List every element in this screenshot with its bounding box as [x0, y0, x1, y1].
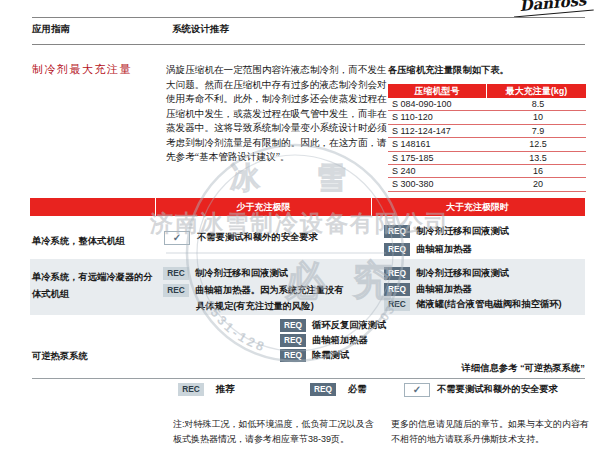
- requirement-item: REQ曲轴箱加热器: [384, 243, 472, 256]
- model-cell: S 300-380: [388, 178, 490, 190]
- intro-paragraph: 涡旋压缩机在一定范围内容许液态制冷剂，而不发生 大问题。然而在压缩机中存有过多的…: [166, 63, 387, 165]
- charge-table-header: 压缩机型号 最大充注量(kg): [388, 84, 586, 98]
- req-badge: REQ: [280, 349, 306, 362]
- doc-type-label: 应用指南: [32, 23, 70, 36]
- rec-badge: REC: [384, 298, 410, 311]
- heat-pump-detail-note: 详细信息参考 “可逆热泵系统”: [462, 362, 585, 375]
- column-header-max-charge: 最大充注量(kg): [487, 84, 586, 98]
- table-row: S 148161 12.5: [388, 138, 586, 151]
- model-cell: S 112-124-147: [388, 125, 490, 137]
- page-title: 系统设计推荐: [172, 23, 229, 36]
- rec-badge: REC: [163, 267, 189, 280]
- value-cell: 13.5: [490, 152, 586, 164]
- row-label-packaged-unit: 单冷系统，整体式机组: [32, 233, 125, 250]
- intro-line: 压缩机中发生，或蒸发过程在吸气管中发生，而非在: [166, 107, 387, 122]
- item-text: 曲轴箱加热器: [416, 284, 472, 294]
- row-label-split-unit: 单冷系统，有远端冷凝器的分 体式机组: [32, 269, 153, 303]
- value-cell: 20: [490, 178, 586, 190]
- footnote-line: 板式换热器情况，请参考相应章节38-39页。: [173, 432, 374, 447]
- row-label-line: 单冷系统，有远端冷凝器的分: [32, 269, 153, 286]
- value-cell: 16: [490, 165, 586, 177]
- requirement-item: REQ除霜测试: [280, 349, 349, 362]
- recommendation-item: REC储液罐(结合液管电磁阀和抽空循环): [384, 298, 562, 311]
- intro-line: 大问题。然而在压缩机中存有过多的液态制冷剂会对: [166, 78, 387, 93]
- requirement-item: REQ曲轴箱加热器: [384, 283, 472, 296]
- legend-rec: REC推荐: [178, 383, 235, 396]
- item-text: 具体规定(有充注过量的风险): [196, 301, 314, 311]
- value-cell: 12.5: [490, 138, 586, 150]
- row-label-line: 体式机组: [32, 286, 153, 303]
- table-row: S 084-090-100 8.5: [388, 98, 586, 111]
- item-text: 曲轴箱加热器。因为系统充注量没有: [195, 285, 344, 295]
- check-icon: ✓: [164, 231, 190, 245]
- rec-badge: REC: [178, 383, 204, 396]
- table-row: S 175-185 13.5: [388, 152, 586, 165]
- recommendation-item: REC制冷剂迁移和回液测试: [163, 267, 288, 280]
- legend-req: REQ必需: [310, 383, 367, 396]
- recommendation-item: REC曲轴箱加热器。因为系统充注量没有: [163, 284, 344, 297]
- intro-line: 使用寿命不利。此外，制冷剂过多还会使蒸发过程在: [166, 92, 387, 107]
- req-badge: REQ: [384, 225, 410, 238]
- danfoss-logo: Danfoss: [512, 0, 593, 17]
- footnote-line: 注:对特殊工况，如低环境温度，低负荷工况以及含: [173, 417, 374, 432]
- requirement-item: REQ制冷剂迁移和回液测试: [384, 267, 509, 280]
- req-badge: REQ: [384, 283, 410, 296]
- table-row: S 112-124-147 7.9: [388, 125, 586, 138]
- item-text: 除霜测试: [312, 350, 349, 360]
- legend-label: 必需: [348, 384, 367, 394]
- legend-label: 推荐: [216, 384, 235, 394]
- intro-line: 涡旋压缩机在一定范围内容许液态制冷剂，而不发生: [166, 63, 387, 78]
- legend-label: 不需要测试和额外的安全要求: [437, 384, 558, 394]
- table-row: S 240 16: [388, 165, 586, 178]
- charge-limit-table: 压缩机型号 最大充注量(kg) S 084-090-100 8.5 S 110-…: [388, 84, 586, 192]
- requirement-item: REQ曲轴箱加热器: [280, 334, 368, 347]
- item-text: 制冷剂迁移和回液测试: [416, 226, 509, 236]
- recommendation-item-continuation: 具体规定(有充注过量的风险): [196, 300, 314, 313]
- model-cell: S 175-185: [388, 152, 490, 164]
- item-text: 循环反复回液测试: [312, 320, 386, 330]
- item-text: 不需要测试和额外的安全要求: [197, 232, 318, 242]
- header-rule-bottom: [32, 44, 585, 45]
- legend-divider: [32, 378, 585, 379]
- value-cell: 10: [490, 111, 586, 123]
- value-cell: 8.5: [490, 98, 586, 110]
- intro-line: 蒸发器中。这将导致系统制冷量变小系统设计时必须: [166, 121, 387, 136]
- table-row: S 300-380 20: [388, 178, 586, 191]
- matrix-header-band: 少于充注极限 大于充注极限时: [30, 198, 585, 216]
- row-label-heat-pump: 可逆热泵系统: [32, 348, 88, 365]
- footnote-more-info: 更多的信息请见随后的章节。如果与本文的内容有 不相符的地方请联系丹佛斯技术支持。: [391, 417, 589, 446]
- watermark-big-chars: 冰 雪: [230, 161, 370, 194]
- charge-table-caption: 各压缩机充注量限制如下表。: [388, 64, 509, 77]
- column-header-above-limit: 大于充注极限时: [370, 198, 585, 216]
- item-text: 储液罐(结合液管电磁阀和抽空循环): [416, 299, 562, 309]
- item-text: 制冷剂迁移和回液测试: [195, 268, 288, 278]
- model-cell: S 148161: [388, 138, 490, 150]
- rec-badge: REC: [163, 284, 189, 297]
- intro-line: 先参考“基本管路设计建议”。: [166, 150, 387, 165]
- req-badge: REQ: [280, 334, 306, 347]
- header-rule-top: [32, 17, 585, 18]
- item-text: 曲轴箱加热器: [416, 244, 472, 254]
- req-badge: REQ: [384, 243, 410, 256]
- req-badge: REQ: [280, 319, 306, 332]
- model-cell: S 084-090-100: [388, 98, 490, 110]
- check-icon: ✓: [404, 383, 430, 397]
- application-guide-page: Danfoss 应用指南 系统设计推荐 制冷剂最大充注量 涡旋压缩机在一定范围内…: [0, 0, 600, 450]
- model-cell: S 240: [388, 165, 490, 177]
- section-heading: 制冷剂最大充注量: [32, 62, 132, 77]
- table-row: S 110-120 10: [388, 111, 586, 124]
- no-test-item: ✓不需要测试和额外的安全要求: [164, 231, 318, 244]
- item-text: 制冷剂迁移和回液测试: [416, 268, 509, 278]
- column-header-model: 压缩机型号: [388, 84, 487, 98]
- req-badge: REQ: [384, 267, 410, 280]
- requirement-item: REQ制冷剂迁移和回液测试: [384, 225, 509, 238]
- value-cell: 7.9: [490, 125, 586, 137]
- item-text: 曲轴箱加热器: [312, 335, 368, 345]
- footnote-line: 更多的信息请见随后的章节。如果与本文的内容有: [391, 417, 589, 432]
- legend-check: ✓不需要测试和额外的安全要求: [404, 383, 558, 396]
- column-header-below-limit: 少于充注极限: [155, 198, 372, 216]
- footnote-special-conditions: 注:对特殊工况，如低环境温度，低负荷工况以及含 板式换热器情况，请参考相应章节3…: [173, 417, 374, 446]
- model-cell: S 110-120: [388, 111, 490, 123]
- requirement-item: REQ循环反复回液测试: [280, 319, 386, 332]
- intro-line: 考虑到制冷剂流量是有限制的。因此，在这方面，请: [166, 136, 387, 151]
